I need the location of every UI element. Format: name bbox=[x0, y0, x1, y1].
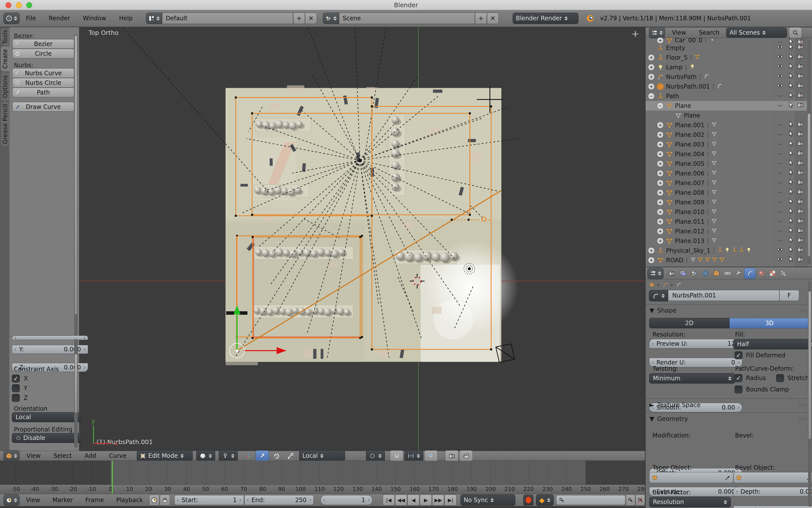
expander-icon[interactable]: + bbox=[648, 54, 655, 61]
nurbs-curve-button[interactable]: Nurbs Curve bbox=[12, 68, 74, 78]
use-preview-range-toggle[interactable] bbox=[149, 495, 159, 506]
outliner-row[interactable]: +Plane.007| bbox=[645, 178, 807, 188]
id-name-field[interactable]: NurbsPath.001 bbox=[668, 290, 779, 301]
selectable-cursor-icon[interactable] bbox=[787, 140, 796, 149]
scene-name[interactable]: Scene bbox=[339, 13, 475, 24]
outliner-row[interactable]: +Plane.004| bbox=[645, 149, 807, 159]
renderable-camera-icon[interactable] bbox=[797, 130, 806, 139]
translate-manipulator-button[interactable] bbox=[256, 450, 269, 461]
properties-editor-selector[interactable] bbox=[647, 268, 664, 279]
tab-constraints[interactable] bbox=[722, 268, 733, 279]
viewport-shading-select[interactable] bbox=[196, 450, 215, 462]
screen-layout-icon[interactable] bbox=[146, 13, 162, 24]
outliner-row[interactable]: +Lamp| bbox=[645, 62, 807, 72]
object-name[interactable]: Plane.006 bbox=[675, 170, 704, 177]
expander-icon[interactable]: + bbox=[657, 122, 664, 128]
renderable-camera-icon[interactable] bbox=[797, 92, 806, 100]
expander-icon[interactable]: + bbox=[648, 257, 655, 263]
renderable-camera-icon[interactable] bbox=[797, 256, 806, 264]
visibility-off-icon[interactable] bbox=[777, 179, 785, 187]
outliner-row[interactable]: Plane bbox=[645, 111, 807, 120]
selectable-cursor-icon[interactable] bbox=[787, 188, 796, 197]
object-name[interactable]: Plane.007 bbox=[675, 180, 704, 186]
outliner-row[interactable]: +NurbsPath.001| bbox=[645, 82, 807, 91]
visibility-off-icon[interactable] bbox=[777, 101, 785, 110]
tab-modifiers[interactable] bbox=[733, 268, 744, 279]
stretch-checkbox[interactable]: Stretch bbox=[776, 374, 809, 382]
expander-icon[interactable]: + bbox=[648, 83, 655, 90]
object-name[interactable]: NurbsPath bbox=[666, 74, 697, 80]
object-name[interactable]: Lamp bbox=[666, 64, 683, 71]
renderable-camera-icon[interactable] bbox=[797, 53, 806, 61]
renderable-camera-icon[interactable] bbox=[797, 82, 806, 91]
timeline-menu-frame[interactable]: Frame bbox=[79, 497, 110, 504]
delete-scene-button[interactable]: ✕ bbox=[487, 13, 499, 24]
3d-button[interactable]: 3D bbox=[729, 318, 810, 328]
render-engine-select[interactable]: Blender Render bbox=[513, 13, 579, 24]
timeline-menu-playback[interactable]: Playback bbox=[110, 497, 149, 504]
curve-id-icon[interactable] bbox=[649, 290, 668, 301]
outliner-row[interactable]: +Physical_Sky_1| bbox=[645, 246, 807, 255]
selectable-cursor-icon[interactable] bbox=[787, 44, 796, 52]
renderable-camera-icon[interactable] bbox=[797, 159, 806, 168]
expander-icon[interactable]: + bbox=[657, 189, 664, 196]
object-name[interactable]: Plane.008 bbox=[675, 189, 704, 196]
outliner-row[interactable]: +Plane.009| bbox=[645, 198, 807, 207]
expander-icon[interactable]: + bbox=[657, 209, 664, 215]
tab-object[interactable] bbox=[711, 268, 722, 279]
timeline-menu-marker[interactable]: Marker bbox=[46, 497, 79, 504]
twist-method-select[interactable]: Minimum bbox=[649, 373, 735, 384]
visibility-off-icon[interactable] bbox=[777, 198, 785, 206]
visibility-off-icon[interactable] bbox=[777, 237, 785, 245]
outliner-row[interactable]: +Plane.012| bbox=[645, 226, 807, 236]
open-properties-region-icon[interactable]: + bbox=[631, 28, 639, 39]
renderable-camera-icon[interactable] bbox=[797, 179, 806, 187]
panel-drag-dots-icon[interactable] bbox=[799, 403, 807, 407]
viewport-editor-selector[interactable] bbox=[3, 450, 19, 462]
outliner-row[interactable]: +Plane.006| bbox=[645, 169, 807, 178]
expander-icon[interactable]: + bbox=[657, 141, 664, 148]
visibility-off-icon[interactable] bbox=[777, 159, 785, 168]
snap-toggle[interactable] bbox=[390, 450, 403, 461]
selectable-cursor-icon[interactable] bbox=[787, 246, 796, 255]
object-name[interactable]: Plane.002 bbox=[675, 131, 704, 138]
visibility-off-icon[interactable] bbox=[777, 92, 785, 100]
object-name[interactable]: Plane bbox=[675, 102, 691, 110]
rotate-manipulator-button[interactable] bbox=[270, 451, 283, 461]
expander-icon[interactable]: + bbox=[657, 38, 664, 43]
visibility-off-icon[interactable] bbox=[777, 217, 785, 226]
outliner-row[interactable]: −Plane bbox=[645, 101, 807, 111]
tab-tools[interactable]: Tools bbox=[0, 28, 10, 46]
fill-mode-select[interactable]: Half bbox=[733, 339, 812, 349]
bevel-resolution-field[interactable]: Resolution:0 bbox=[733, 506, 812, 508]
selectable-cursor-icon[interactable] bbox=[787, 179, 796, 187]
panel-drag-dots-icon[interactable] bbox=[799, 417, 807, 421]
object-name[interactable]: Floor_5 bbox=[666, 54, 688, 61]
proportional-editing-select[interactable]: Disable bbox=[12, 433, 81, 443]
selectable-cursor-icon[interactable] bbox=[787, 101, 796, 110]
proportional-edit-select[interactable] bbox=[366, 450, 385, 462]
tab-render-layers[interactable] bbox=[677, 268, 688, 279]
renderable-camera-icon[interactable] bbox=[797, 44, 806, 52]
renderable-camera-icon[interactable] bbox=[797, 208, 806, 216]
renderable-camera-icon[interactable] bbox=[797, 73, 806, 81]
renderable-camera-icon[interactable] bbox=[797, 198, 806, 206]
selectable-cursor-icon[interactable] bbox=[787, 208, 796, 216]
selectable-cursor-icon[interactable] bbox=[787, 227, 796, 235]
previous-keyframe-button[interactable]: ◀◀ bbox=[395, 495, 407, 506]
tool-shelf-scrollbar[interactable] bbox=[74, 34, 78, 336]
bounds-clamp-checkbox[interactable]: Bounds Clamp bbox=[734, 385, 789, 393]
opengl-render-anim-button[interactable] bbox=[460, 450, 473, 461]
renderable-camera-icon[interactable] bbox=[797, 246, 806, 255]
visibility-off-icon[interactable] bbox=[777, 130, 785, 139]
renderable-camera-icon[interactable] bbox=[797, 169, 806, 177]
visibility-eye-icon[interactable] bbox=[777, 63, 785, 71]
expander-icon[interactable]: + bbox=[648, 64, 655, 71]
tab-options[interactable]: Options bbox=[0, 72, 10, 101]
menu-help[interactable]: Help bbox=[113, 15, 139, 22]
opengl-render-button[interactable] bbox=[445, 450, 459, 461]
selectable-cursor-icon[interactable] bbox=[787, 169, 796, 177]
keying-set-field[interactable] bbox=[556, 495, 626, 505]
2d-button[interactable]: 2D bbox=[649, 318, 729, 328]
viewport-menu-view[interactable]: View bbox=[20, 452, 46, 459]
